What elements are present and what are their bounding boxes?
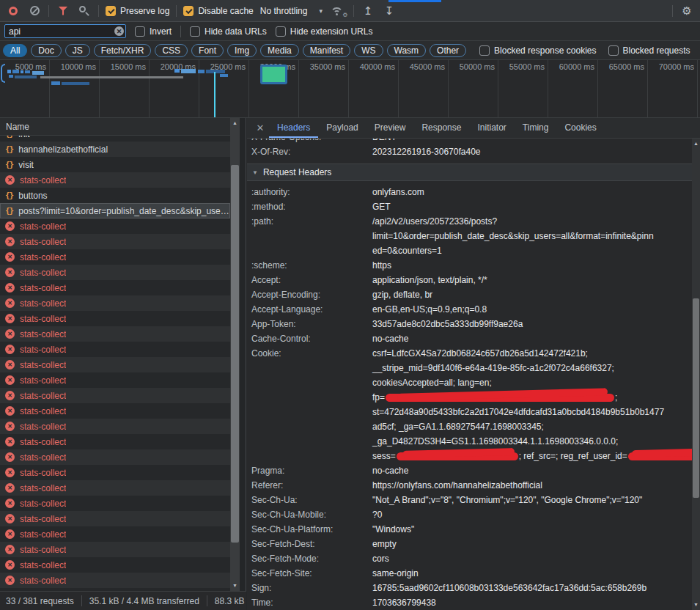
request-row-stats-collect[interactable]: ✕stats-collect [0,218,230,234]
search-button[interactable] [77,4,92,18]
header-value: onlyfans.com [372,185,424,199]
request-row-stats-collect[interactable]: ✕stats-collect [0,388,230,403]
filter-pill-manifest[interactable]: Manifest [303,44,350,57]
header-row-sec-ch-ua: Sec-Ch-Ua:"Not_A Brand";v="8", "Chromium… [247,493,692,507]
column-header-label: Name [6,122,29,132]
blocked-request-icon: ✕ [5,237,15,246]
record-button[interactable] [6,4,21,18]
hide-data-urls-checkbox[interactable]: Hide data URLs [190,26,267,37]
request-row-stats-collect[interactable]: ✕stats-collect [0,172,230,188]
header-value-line: en-GB,en-US;q=0.9,en;q=0.8 [372,302,487,317]
request-row-stats-collect[interactable]: ✕stats-collect [0,542,230,557]
header-value-line: cookiesAccepted=all; lang=en; [372,375,692,390]
filter-pill-css[interactable]: CSS [155,44,188,57]
filter-pill-img[interactable]: Img [227,44,257,57]
request-row-stats-collect[interactable]: ✕stats-collect [0,496,230,511]
request-list-pane: Name {}init{}hannahelizabethofficial{}vi… [0,118,246,610]
tab-response[interactable]: Response [413,118,469,138]
filter-pill-font[interactable]: Font [191,44,224,57]
filter-input[interactable] [4,24,126,38]
throttling-select[interactable]: No throttling ▾ [260,6,323,16]
blocked-requests-checkbox[interactable]: Blocked requests [608,45,690,56]
scrollbar-thumb[interactable] [693,298,699,498]
filter-pill-wasm[interactable]: Wasm [387,44,427,57]
toolbar-divider [98,5,99,17]
request-headers-section-header[interactable]: ▼ Request Headers [247,163,692,181]
request-row-stats-collect[interactable]: ✕stats-collect [0,311,230,326]
request-row-stats-collect[interactable]: ✕stats-collect [0,265,230,280]
header-value-line: "Not_A Brand";v="8", "Chromium";v="120",… [372,493,642,507]
headers-scrollbar[interactable]: ▲ ▼ [692,139,700,610]
scroll-up-icon[interactable]: ▲ [692,140,700,147]
filter-pill-js[interactable]: JS [65,44,90,57]
scroll-up-icon[interactable]: ▲ [230,120,240,127]
preserve-log-checkbox[interactable]: Preserve log [106,6,169,16]
request-row-stats-collect[interactable]: ✕stats-collect [0,511,230,526]
overview-timeline[interactable]: 5000 ms10000 ms15000 ms20000 ms25000 ms3… [0,60,700,118]
request-row-stats-collect[interactable]: ✕stats-collect [0,234,230,249]
tab-initiator[interactable]: Initiator [469,118,514,138]
request-row-stats-collect[interactable]: ✕stats-collect [0,480,230,496]
settings-gear-icon[interactable]: ⚙ [679,4,694,18]
request-row-stats-collect[interactable]: ✕stats-collect [0,357,230,372]
request-row-stats-collect[interactable]: ✕stats-collect [0,557,230,573]
devtools-network-panel: Preserve log Disable cache No throttling… [0,0,700,610]
request-row-stats-collect[interactable]: ✕stats-collect [0,434,230,449]
export-har-button[interactable]: ↧ [382,4,397,18]
filter-toggle-button[interactable] [56,4,70,18]
clear-filter-icon[interactable]: ✕ [114,26,124,36]
request-row-stats-collect[interactable]: ✕stats-collect [0,249,230,265]
tab-timing[interactable]: Timing [515,118,557,138]
filter-icon [59,7,68,15]
header-row-method: :method:GET [247,199,692,214]
request-row-init[interactable]: {}init [0,136,230,142]
scrollbar-thumb[interactable] [231,165,239,543]
header-row-app-token: App-Token:33d57ade8c02dbc5a333db99ff9ae2… [247,317,692,331]
request-row-posts-limit-10-order-publish-d[interactable]: {}posts?limit=10&order=publish_date_desc… [0,203,230,218]
clear-button[interactable] [27,4,42,18]
request-row-stats-collect[interactable]: ✕stats-collect [0,419,230,434]
request-name: stats-collect [20,268,66,278]
header-row-path: :path:/api2/v2/users/20572336/posts?limi… [247,214,692,258]
request-row-stats-collect[interactable]: ✕stats-collect [0,295,230,311]
filter-pill-other[interactable]: Other [430,44,466,57]
hide-extension-urls-checkbox[interactable]: Hide extension URLs [276,26,373,37]
scroll-down-icon[interactable]: ▼ [230,582,240,589]
invert-checkbox[interactable]: Invert [135,26,172,37]
request-row-stats-collect[interactable]: ✕stats-collect [0,403,230,419]
tab-headers[interactable]: Headers [269,118,318,138]
throttling-value: No throttling [260,6,308,16]
tab-cookies[interactable]: Cookies [556,118,604,138]
json-request-icon: {} [5,206,13,216]
filter-pill-media[interactable]: Media [260,44,299,57]
import-har-button[interactable]: ↥ [361,4,375,18]
request-row-stats-collect[interactable]: ✕stats-collect [0,573,230,588]
request-list-scrollbar[interactable]: ▲ ▼ [230,118,240,591]
request-row-hannahelizabethofficial[interactable]: {}hannahelizabethofficial [0,142,230,157]
blocked-response-cookies-checkbox[interactable]: Blocked response cookies [479,45,596,56]
tab-preview[interactable]: Preview [366,118,414,138]
request-row-stats-collect[interactable]: ✕stats-collect [0,372,230,388]
filter-pill-ws[interactable]: WS [354,44,383,57]
column-header-name[interactable]: Name [0,118,230,136]
request-row-buttons[interactable]: {}buttons [0,188,230,203]
request-row-visit[interactable]: {}visit [0,157,230,172]
request-row-stats-collect[interactable]: ✕stats-collect [0,465,230,480]
request-row-stats-collect[interactable]: ✕stats-collect [0,280,230,295]
request-row-stats-collect[interactable]: ✕stats-collect [0,342,230,357]
request-row-stats-collect[interactable]: ✕stats-collect [0,326,230,342]
header-value-line: DENY [372,139,397,144]
request-row-stats-collect[interactable]: ✕stats-collect [0,526,230,542]
disable-cache-checkbox[interactable]: Disable cache [183,6,253,16]
filter-pill-doc[interactable]: Doc [31,44,61,57]
filter-pill-fetch-xhr[interactable]: Fetch/XHR [94,44,152,57]
request-name: stats-collect [20,345,66,355]
close-details-button[interactable]: ✕ [251,122,269,133]
request-name: stats-collect [20,283,66,293]
tab-payload[interactable]: Payload [318,118,366,138]
request-row-stats-collect[interactable]: ✕stats-collect [0,449,230,465]
filter-pill-all[interactable]: All [3,44,27,57]
requests-count: 33 / 381 requests [6,596,74,606]
network-conditions-button[interactable]: ⚙ [329,4,347,18]
scroll-down-icon[interactable]: ▼ [692,601,700,609]
